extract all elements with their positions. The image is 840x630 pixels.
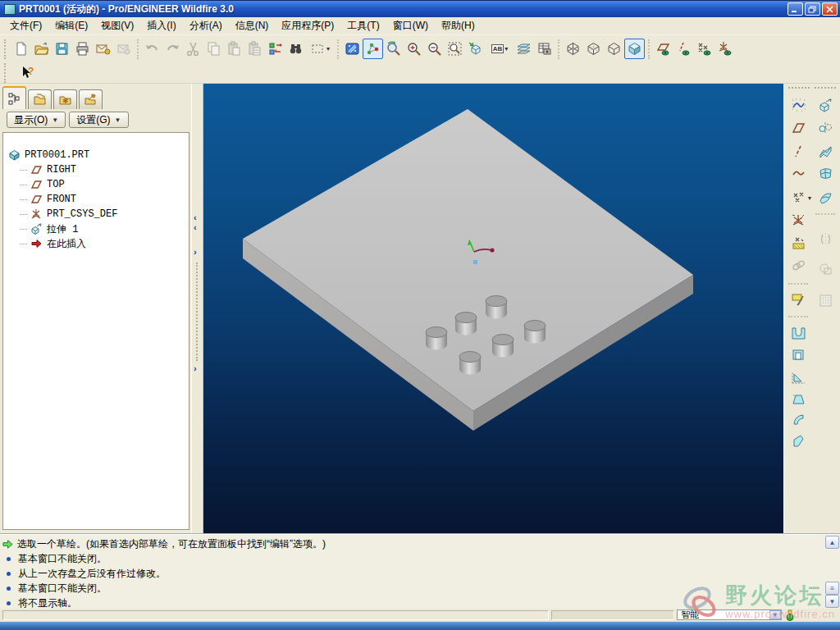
- menu-info[interactable]: 信息(N): [229, 17, 276, 34]
- graphics-viewport[interactable]: [203, 84, 783, 533]
- find-button[interactable]: [285, 39, 306, 59]
- offset-point-button[interactable]: [788, 233, 809, 253]
- regenerate-button[interactable]: [265, 39, 285, 59]
- tab-model-tree[interactable]: [2, 86, 26, 109]
- menu-insert[interactable]: 插入(I): [140, 17, 182, 34]
- scroll-up-button[interactable]: ▲: [825, 536, 839, 549]
- maximize-button[interactable]: [805, 2, 820, 16]
- sketch-tool-button[interactable]: [788, 289, 809, 308]
- tree-item-extrude[interactable]: 拉伸 1: [3, 221, 189, 236]
- redo-button[interactable]: [162, 39, 183, 59]
- link-button[interactable]: [788, 255, 809, 275]
- menu-file[interactable]: 文件(F): [3, 17, 48, 34]
- datum-axis-button[interactable]: [788, 141, 809, 161]
- minimize-button[interactable]: [788, 2, 803, 16]
- datum-plane-button[interactable]: [788, 118, 809, 138]
- menu-analysis[interactable]: 分析(A): [183, 17, 229, 34]
- close-button[interactable]: [822, 2, 838, 16]
- hole-tool-button[interactable]: [788, 323, 809, 343]
- revolve-button[interactable]: [815, 118, 836, 138]
- layers-button[interactable]: [514, 39, 534, 59]
- repaint-button[interactable]: [342, 39, 363, 59]
- spin-center-button[interactable]: [363, 39, 383, 59]
- tab-favorites[interactable]: ✱: [53, 89, 77, 109]
- annotation-display-button[interactable]: AB▾: [486, 39, 514, 59]
- paste-button[interactable]: [224, 39, 244, 59]
- draft-tool-button[interactable]: [788, 389, 809, 409]
- panel-splitter[interactable]: ‹ ‹ › ›: [191, 84, 203, 533]
- tab-connections[interactable]: [79, 89, 103, 109]
- part-model[interactable]: [243, 109, 693, 431]
- paste-special-button[interactable]: [244, 39, 265, 59]
- menu-view[interactable]: 视图(V): [94, 17, 140, 34]
- toolbar-grip[interactable]: [815, 87, 836, 89]
- csys-display-toggle[interactable]: [714, 39, 735, 59]
- point-display-toggle[interactable]: [694, 39, 714, 59]
- cut-button[interactable]: [183, 39, 203, 59]
- open-file-button[interactable]: [31, 39, 52, 59]
- zoom-in-button[interactable]: [404, 39, 424, 59]
- trim-button[interactable]: [815, 258, 836, 278]
- collapse-left-icon[interactable]: ‹: [194, 223, 197, 231]
- copy-button[interactable]: [203, 39, 224, 59]
- print-button[interactable]: [72, 39, 93, 59]
- show-dropdown-button[interactable]: 显示(O)▼: [7, 112, 66, 128]
- chevron-down-icon[interactable]: ▼: [769, 610, 781, 619]
- new-file-button[interactable]: [11, 39, 31, 59]
- save-button[interactable]: [52, 39, 72, 59]
- menu-window[interactable]: 窗口(W): [386, 17, 435, 34]
- tree-item-top[interactable]: TOP: [3, 177, 189, 192]
- tab-folder-browser[interactable]: [28, 89, 52, 109]
- menu-edit[interactable]: 编辑(E): [48, 17, 94, 34]
- select-box-button[interactable]: ▾: [306, 39, 334, 59]
- app-window-icon[interactable]: [4, 4, 16, 15]
- settings-dropdown-button[interactable]: 设置(G)▼: [69, 112, 128, 128]
- tree-item-csys[interactable]: PRT_CSYS_DEF: [3, 207, 189, 221]
- email-model-button[interactable]: [93, 39, 113, 59]
- no-hidden-button[interactable]: [604, 39, 624, 59]
- tree-item-right[interactable]: RIGHT: [3, 162, 189, 177]
- expand-right-icon[interactable]: ›: [194, 248, 197, 256]
- context-help-button[interactable]: ?: [17, 62, 38, 83]
- round-tool-button[interactable]: [788, 409, 809, 429]
- mirror-button[interactable]: [815, 229, 836, 249]
- saved-views-button[interactable]: [465, 39, 486, 59]
- viewport-3d-model[interactable]: [203, 84, 783, 533]
- scroll-down-button[interactable]: ▼: [825, 595, 839, 608]
- tree-item-part[interactable]: PRT0001.PRT: [3, 148, 189, 162]
- shell-tool-button[interactable]: [788, 345, 809, 364]
- datum-point-button[interactable]: ▾: [788, 188, 815, 208]
- shaded-button[interactable]: [624, 39, 645, 59]
- tree-item-front[interactable]: FRONT: [3, 192, 189, 207]
- tree-item-insert-here[interactable]: 在此插入: [3, 236, 189, 251]
- selection-filter-combobox[interactable]: 智能 ▼: [677, 609, 782, 620]
- sweep-button[interactable]: [815, 141, 836, 161]
- toolbar-grip[interactable]: [4, 63, 8, 83]
- wireframe-button[interactable]: [563, 39, 583, 59]
- toolbar-grip[interactable]: [4, 39, 8, 59]
- menu-applications[interactable]: 应用程序(P): [275, 17, 340, 34]
- zoom-out-button[interactable]: [424, 39, 445, 59]
- menu-tools[interactable]: 工具(T): [340, 17, 386, 34]
- chamfer-tool-button[interactable]: [788, 431, 809, 450]
- view-manager-button[interactable]: [534, 39, 555, 59]
- rib-tool-button[interactable]: [788, 367, 809, 386]
- refit-button[interactable]: [445, 39, 465, 59]
- message-log-button[interactable]: ≡: [825, 582, 839, 595]
- collapse-left-icon[interactable]: ‹: [194, 213, 197, 221]
- expand-right-icon[interactable]: ›: [194, 364, 197, 372]
- hidden-line-button[interactable]: [583, 39, 604, 59]
- pattern-button[interactable]: [815, 290, 836, 310]
- orient-mode-button[interactable]: [383, 39, 404, 59]
- datum-plane-display-toggle[interactable]: [653, 39, 673, 59]
- sketched-curve-button[interactable]: [788, 95, 809, 115]
- message-scrollbar[interactable]: ▲ ≡ ▼: [825, 536, 839, 608]
- scrollbar-track[interactable]: [825, 549, 839, 582]
- undo-button[interactable]: [142, 39, 162, 59]
- datum-csys-button[interactable]: [788, 211, 809, 231]
- datum-axis-display-toggle[interactable]: [673, 39, 694, 59]
- datum-curve-button[interactable]: [788, 163, 809, 183]
- toolbar-grip[interactable]: [788, 87, 810, 89]
- menu-help[interactable]: 帮助(H): [435, 17, 482, 34]
- splitter-handle[interactable]: [196, 262, 198, 361]
